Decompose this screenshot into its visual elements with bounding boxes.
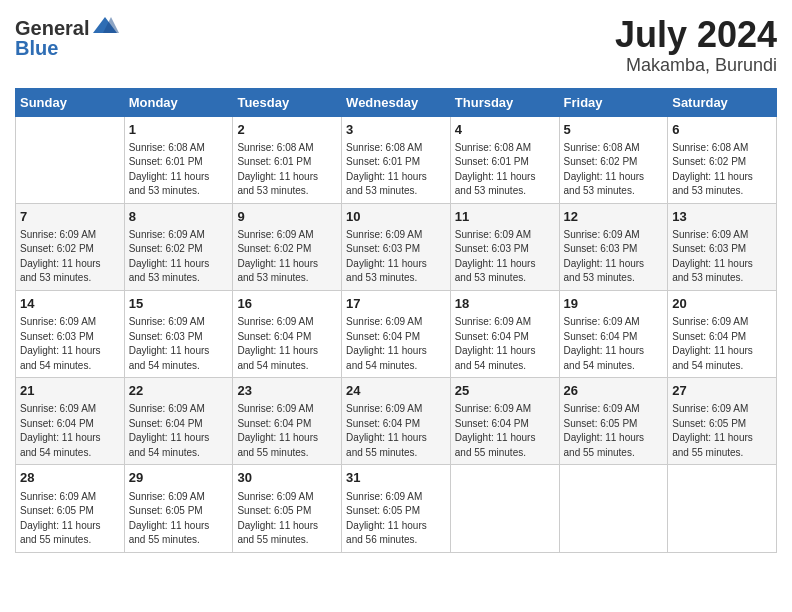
day-number: 5 [564,121,664,139]
day-info: Sunrise: 6:09 AM Sunset: 6:05 PM Dayligh… [129,490,229,548]
day-info: Sunrise: 6:09 AM Sunset: 6:04 PM Dayligh… [455,315,555,373]
day-cell: 20Sunrise: 6:09 AM Sunset: 6:04 PM Dayli… [668,290,777,377]
location: Makamba, Burundi [615,55,777,76]
week-row-3: 14Sunrise: 6:09 AM Sunset: 6:03 PM Dayli… [16,290,777,377]
day-cell: 26Sunrise: 6:09 AM Sunset: 6:05 PM Dayli… [559,378,668,465]
day-info: Sunrise: 6:09 AM Sunset: 6:04 PM Dayligh… [237,315,337,373]
header-wednesday: Wednesday [342,88,451,116]
day-info: Sunrise: 6:09 AM Sunset: 6:04 PM Dayligh… [346,315,446,373]
day-info: Sunrise: 6:09 AM Sunset: 6:03 PM Dayligh… [455,228,555,286]
day-number: 17 [346,295,446,313]
day-info: Sunrise: 6:09 AM Sunset: 6:05 PM Dayligh… [672,402,772,460]
day-info: Sunrise: 6:09 AM Sunset: 6:03 PM Dayligh… [672,228,772,286]
day-number: 20 [672,295,772,313]
day-info: Sunrise: 6:09 AM Sunset: 6:02 PM Dayligh… [237,228,337,286]
day-cell: 22Sunrise: 6:09 AM Sunset: 6:04 PM Dayli… [124,378,233,465]
day-cell: 14Sunrise: 6:09 AM Sunset: 6:03 PM Dayli… [16,290,125,377]
day-number: 13 [672,208,772,226]
day-cell [450,465,559,552]
day-number: 3 [346,121,446,139]
month-year: July 2024 [615,15,777,55]
day-number: 22 [129,382,229,400]
day-cell: 13Sunrise: 6:09 AM Sunset: 6:03 PM Dayli… [668,203,777,290]
day-cell: 29Sunrise: 6:09 AM Sunset: 6:05 PM Dayli… [124,465,233,552]
header-saturday: Saturday [668,88,777,116]
day-number: 9 [237,208,337,226]
day-number: 23 [237,382,337,400]
day-cell: 8Sunrise: 6:09 AM Sunset: 6:02 PM Daylig… [124,203,233,290]
day-cell [668,465,777,552]
days-header-row: SundayMondayTuesdayWednesdayThursdayFrid… [16,88,777,116]
day-info: Sunrise: 6:08 AM Sunset: 6:01 PM Dayligh… [455,141,555,199]
day-number: 28 [20,469,120,487]
day-cell: 28Sunrise: 6:09 AM Sunset: 6:05 PM Dayli… [16,465,125,552]
day-number: 26 [564,382,664,400]
day-info: Sunrise: 6:09 AM Sunset: 6:05 PM Dayligh… [564,402,664,460]
page-header: General Blue July 2024 Makamba, Burundi [15,15,777,76]
day-cell: 12Sunrise: 6:09 AM Sunset: 6:03 PM Dayli… [559,203,668,290]
calendar-table: SundayMondayTuesdayWednesdayThursdayFrid… [15,88,777,553]
day-info: Sunrise: 6:09 AM Sunset: 6:05 PM Dayligh… [346,490,446,548]
day-cell [16,116,125,203]
day-info: Sunrise: 6:09 AM Sunset: 6:04 PM Dayligh… [346,402,446,460]
day-number: 15 [129,295,229,313]
day-info: Sunrise: 6:08 AM Sunset: 6:02 PM Dayligh… [672,141,772,199]
logo: General Blue [15,15,119,60]
day-number: 2 [237,121,337,139]
day-cell: 1Sunrise: 6:08 AM Sunset: 6:01 PM Daylig… [124,116,233,203]
week-row-2: 7Sunrise: 6:09 AM Sunset: 6:02 PM Daylig… [16,203,777,290]
day-cell: 30Sunrise: 6:09 AM Sunset: 6:05 PM Dayli… [233,465,342,552]
day-info: Sunrise: 6:09 AM Sunset: 6:04 PM Dayligh… [564,315,664,373]
day-cell: 23Sunrise: 6:09 AM Sunset: 6:04 PM Dayli… [233,378,342,465]
day-info: Sunrise: 6:09 AM Sunset: 6:04 PM Dayligh… [455,402,555,460]
day-number: 30 [237,469,337,487]
day-info: Sunrise: 6:09 AM Sunset: 6:02 PM Dayligh… [20,228,120,286]
day-info: Sunrise: 6:09 AM Sunset: 6:04 PM Dayligh… [129,402,229,460]
day-info: Sunrise: 6:09 AM Sunset: 6:03 PM Dayligh… [564,228,664,286]
day-number: 4 [455,121,555,139]
day-number: 14 [20,295,120,313]
logo-icon [91,15,119,41]
day-number: 31 [346,469,446,487]
week-row-5: 28Sunrise: 6:09 AM Sunset: 6:05 PM Dayli… [16,465,777,552]
logo-blue: Blue [15,37,58,59]
day-number: 6 [672,121,772,139]
day-info: Sunrise: 6:09 AM Sunset: 6:04 PM Dayligh… [237,402,337,460]
day-number: 11 [455,208,555,226]
day-cell: 7Sunrise: 6:09 AM Sunset: 6:02 PM Daylig… [16,203,125,290]
header-friday: Friday [559,88,668,116]
day-cell: 17Sunrise: 6:09 AM Sunset: 6:04 PM Dayli… [342,290,451,377]
day-cell: 27Sunrise: 6:09 AM Sunset: 6:05 PM Dayli… [668,378,777,465]
day-number: 24 [346,382,446,400]
day-cell: 25Sunrise: 6:09 AM Sunset: 6:04 PM Dayli… [450,378,559,465]
day-number: 29 [129,469,229,487]
day-number: 12 [564,208,664,226]
header-sunday: Sunday [16,88,125,116]
day-number: 25 [455,382,555,400]
day-info: Sunrise: 6:08 AM Sunset: 6:01 PM Dayligh… [346,141,446,199]
day-number: 18 [455,295,555,313]
day-info: Sunrise: 6:09 AM Sunset: 6:02 PM Dayligh… [129,228,229,286]
day-cell: 5Sunrise: 6:08 AM Sunset: 6:02 PM Daylig… [559,116,668,203]
day-cell: 4Sunrise: 6:08 AM Sunset: 6:01 PM Daylig… [450,116,559,203]
day-cell: 3Sunrise: 6:08 AM Sunset: 6:01 PM Daylig… [342,116,451,203]
day-number: 21 [20,382,120,400]
week-row-4: 21Sunrise: 6:09 AM Sunset: 6:04 PM Dayli… [16,378,777,465]
day-cell: 11Sunrise: 6:09 AM Sunset: 6:03 PM Dayli… [450,203,559,290]
header-monday: Monday [124,88,233,116]
day-info: Sunrise: 6:09 AM Sunset: 6:03 PM Dayligh… [20,315,120,373]
day-info: Sunrise: 6:09 AM Sunset: 6:03 PM Dayligh… [129,315,229,373]
day-number: 1 [129,121,229,139]
day-cell: 15Sunrise: 6:09 AM Sunset: 6:03 PM Dayli… [124,290,233,377]
day-cell: 18Sunrise: 6:09 AM Sunset: 6:04 PM Dayli… [450,290,559,377]
header-tuesday: Tuesday [233,88,342,116]
day-cell: 24Sunrise: 6:09 AM Sunset: 6:04 PM Dayli… [342,378,451,465]
day-info: Sunrise: 6:08 AM Sunset: 6:01 PM Dayligh… [129,141,229,199]
header-thursday: Thursday [450,88,559,116]
day-number: 19 [564,295,664,313]
day-number: 8 [129,208,229,226]
day-number: 10 [346,208,446,226]
day-info: Sunrise: 6:08 AM Sunset: 6:02 PM Dayligh… [564,141,664,199]
day-cell: 16Sunrise: 6:09 AM Sunset: 6:04 PM Dayli… [233,290,342,377]
day-info: Sunrise: 6:09 AM Sunset: 6:04 PM Dayligh… [672,315,772,373]
